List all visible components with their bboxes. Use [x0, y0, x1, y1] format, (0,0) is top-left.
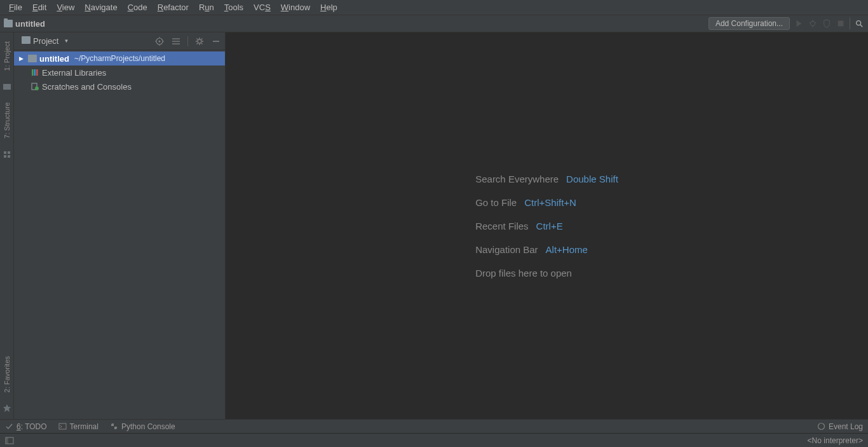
left-gutter: 1: Project 7: Structure 2: Favorites [0, 32, 14, 419]
python-console-label: Python Console [121, 422, 175, 431]
svg-point-15 [159, 40, 161, 42]
debug-icon[interactable] [808, 18, 818, 29]
hide-icon[interactable] [211, 36, 221, 46]
svg-point-30 [35, 86, 39, 90]
toolwindow-toggle-icon[interactable] [5, 436, 14, 445]
hint-label: Navigation Bar [475, 244, 538, 255]
breadcrumb-project[interactable]: untitled [15, 19, 45, 29]
todo-icon [5, 422, 13, 430]
tree-scratches-label: Scratches and Consoles [42, 82, 132, 92]
svg-line-7 [860, 25, 863, 27]
structure-tab-icon [3, 150, 11, 159]
tree-root-name: untitled [39, 54, 69, 64]
toolwindow-tab-project[interactable]: 1: Project [2, 39, 12, 73]
svg-rect-28 [36, 69, 38, 76]
hint-shortcut: Ctrl+E [536, 221, 563, 231]
toolwindow-tab-python-console[interactable]: Python Console [110, 422, 175, 431]
bottom-toolwindow-bar: 6: TODO Terminal Python Console Event Lo… [0, 419, 868, 433]
favorites-tab-icon [3, 404, 11, 413]
event-log-icon [817, 422, 825, 430]
svg-line-4 [815, 22, 817, 23]
project-tab-icon [3, 82, 11, 91]
menu-vcs[interactable]: VCS [248, 1, 276, 13]
todo-label: : TODO [21, 422, 47, 431]
hint-search-everywhere: Search EverywhereDouble Shift [475, 174, 618, 184]
hint-label: Drop files here to open [475, 268, 572, 279]
tree-scratches-row[interactable]: Scratches and Consoles [14, 79, 225, 93]
hint-drop-files: Drop files here to open [475, 268, 618, 279]
svg-rect-26 [32, 69, 34, 76]
svg-point-23 [198, 39, 201, 43]
menu-file[interactable]: File [4, 1, 27, 13]
navbar: untitled Add Configuration... [0, 15, 868, 32]
menu-tools[interactable]: Tools [219, 1, 248, 13]
tree-external-label: External Libraries [42, 68, 106, 78]
hint-go-to-file: Go to FileCtrl+Shift+N [475, 197, 618, 208]
svg-rect-9 [4, 151, 6, 154]
svg-rect-27 [34, 69, 36, 76]
menubar: File Edit View Navigate Code Refactor Ru… [0, 0, 868, 15]
scratches-icon [31, 82, 39, 91]
hint-navigation-bar: Navigation BarAlt+Home [475, 244, 618, 255]
workspace: 1: Project 7: Structure 2: Favorites Pro… [0, 32, 868, 419]
stop-icon[interactable] [836, 18, 846, 29]
svg-rect-34 [6, 437, 8, 444]
terminal-label: Terminal [70, 422, 98, 431]
svg-line-3 [810, 22, 811, 23]
tree-root-row[interactable]: ▶ untitled ~/PycharmProjects/untitled [14, 52, 225, 65]
toolwindow-tab-favorites[interactable]: 2: Favorites [2, 354, 12, 395]
hint-shortcut: Alt+Home [546, 244, 588, 255]
menu-help[interactable]: Help [315, 1, 342, 13]
status-bar: <No interpreter> [0, 433, 868, 447]
hint-shortcut: Ctrl+Shift+N [524, 197, 576, 208]
menu-code[interactable]: Code [123, 1, 153, 13]
menu-window[interactable]: Window [276, 1, 315, 13]
toolwindow-tab-structure[interactable]: 7: Structure [2, 100, 12, 141]
run-icon[interactable] [794, 18, 804, 29]
svg-rect-31 [59, 423, 66, 429]
svg-rect-8 [3, 84, 11, 90]
menu-refactor[interactable]: Refactor [153, 1, 194, 13]
todo-mnemonic: 6 [17, 422, 21, 431]
expand-arrow-icon[interactable]: ▶ [19, 55, 25, 62]
menu-run[interactable]: Run [194, 1, 219, 13]
hint-label: Recent Files [475, 221, 528, 231]
locate-icon[interactable] [154, 36, 165, 46]
add-configuration-button[interactable]: Add Configuration... [709, 17, 790, 30]
menu-edit[interactable]: Edit [27, 1, 51, 13]
svg-point-32 [818, 423, 824, 430]
svg-rect-12 [8, 155, 10, 158]
project-panel: Project ▼ ▶ untitled ~/PycharmProjects/u… [14, 32, 226, 419]
python-console-icon [110, 422, 118, 430]
menu-navigate[interactable]: Navigate [79, 1, 122, 13]
project-tree[interactable]: ▶ untitled ~/PycharmProjects/untitled Ex… [14, 50, 225, 95]
toolwindow-tab-event-log[interactable]: Event Log [817, 422, 863, 431]
folder-icon [28, 55, 37, 62]
project-panel-header: Project ▼ [14, 32, 225, 50]
svg-point-6 [857, 21, 861, 25]
event-log-label: Event Log [829, 422, 863, 431]
gear-icon[interactable] [194, 36, 205, 46]
panel-separator [187, 36, 188, 46]
folder-icon [4, 20, 13, 27]
toolwindow-tab-terminal[interactable]: Terminal [58, 422, 98, 431]
status-interpreter[interactable]: <No interpreter> [808, 436, 863, 445]
project-view-icon [22, 36, 31, 46]
project-panel-title[interactable]: Project ▼ [18, 35, 72, 47]
svg-rect-11 [4, 155, 6, 158]
toolbar-separator [850, 18, 850, 29]
chevron-down-icon: ▼ [64, 38, 69, 44]
svg-point-0 [811, 22, 815, 26]
search-icon[interactable] [854, 18, 864, 29]
svg-rect-25 [28, 55, 37, 62]
editor-hints: Search EverywhereDouble Shift Go to File… [475, 174, 618, 279]
menu-view[interactable]: View [51, 1, 79, 13]
run-coverage-icon[interactable] [822, 18, 832, 29]
tree-external-libraries-row[interactable]: External Libraries [14, 65, 225, 79]
expand-all-icon[interactable] [171, 36, 181, 46]
svg-rect-5 [838, 21, 844, 27]
project-panel-title-label: Project [33, 36, 58, 46]
svg-rect-10 [8, 151, 10, 154]
toolwindow-tab-todo[interactable]: 6: TODO [5, 422, 47, 431]
editor-empty-state[interactable]: Search EverywhereDouble Shift Go to File… [226, 32, 868, 419]
